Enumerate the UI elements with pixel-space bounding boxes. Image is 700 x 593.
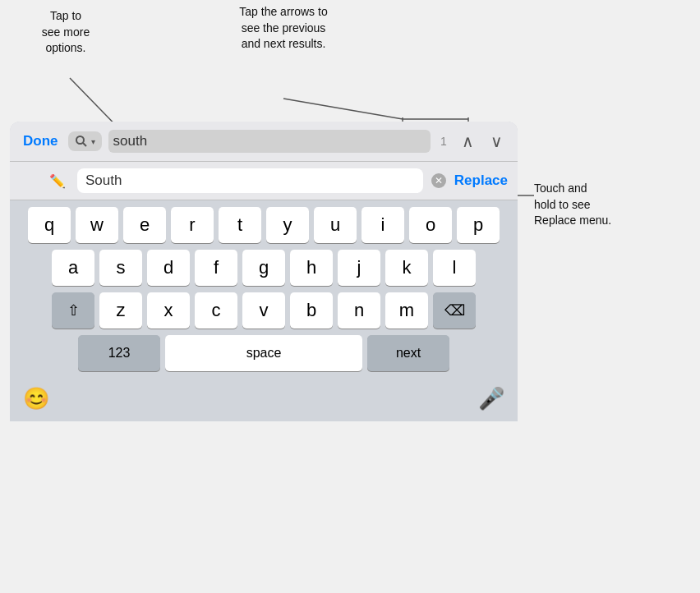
clear-replace-button[interactable]: ✕ (431, 173, 446, 188)
key-j[interactable]: j (338, 250, 380, 286)
key-d[interactable]: d (147, 250, 190, 286)
find-bar: Done ▾ 1 ∧ ∨ (10, 122, 518, 162)
key-u[interactable]: u (314, 207, 357, 243)
key-z[interactable]: z (99, 292, 142, 329)
key-t[interactable]: t (219, 207, 261, 243)
svg-point-7 (76, 136, 84, 144)
result-count: 1 (437, 135, 450, 148)
keyboard-row-1: q w e r t y u i o p (13, 207, 514, 243)
next-key[interactable]: next (367, 335, 449, 371)
keyboard: q w e r t y u i o p a s d f g h j k l ⇧ … (10, 200, 518, 381)
key-h[interactable]: h (290, 250, 333, 286)
next-result-button[interactable]: ∨ (486, 130, 508, 153)
key-o[interactable]: o (409, 207, 452, 243)
key-k[interactable]: k (385, 250, 428, 286)
search-icon (75, 135, 88, 148)
annotation-arrows: Tap the arrows tosee the previousand nex… (230, 4, 337, 53)
key-x[interactable]: x (147, 292, 190, 329)
key-y[interactable]: y (266, 207, 309, 243)
keyboard-row-2: a s d f g h j k l (13, 250, 514, 286)
key-e[interactable]: e (123, 207, 166, 243)
bottom-bar: 😊 🎤 (10, 381, 518, 421)
key-q[interactable]: q (28, 207, 71, 243)
search-input[interactable] (108, 130, 431, 153)
key-f[interactable]: f (195, 250, 237, 286)
pencil-icon: ✏️ (49, 173, 66, 189)
key-g[interactable]: g (242, 250, 285, 286)
key-l[interactable]: l (433, 250, 476, 286)
key-s[interactable]: s (99, 250, 142, 286)
prev-result-button[interactable]: ∧ (457, 130, 479, 153)
keyboard-ui: Done ▾ 1 ∧ ∨ ✏️ ✕ Replace q w e r t y (10, 122, 518, 421)
key-m[interactable]: m (385, 292, 428, 329)
svg-line-8 (83, 143, 86, 146)
key-c[interactable]: c (195, 292, 237, 329)
numbers-key[interactable]: 123 (78, 335, 160, 371)
key-i[interactable]: i (362, 207, 404, 243)
key-n[interactable]: n (338, 292, 380, 329)
keyboard-row-bottom: 123 space next (13, 335, 514, 371)
key-a[interactable]: a (52, 250, 94, 286)
search-options-button[interactable]: ▾ (68, 131, 102, 151)
annotation-tap-options: Tap tosee moreoptions. (25, 8, 107, 57)
key-b[interactable]: b (290, 292, 333, 329)
chevron-down-icon: ▾ (91, 137, 95, 146)
key-p[interactable]: p (457, 207, 500, 243)
space-key[interactable]: space (165, 335, 362, 371)
keyboard-row-3: ⇧ z x c v b n m ⌫ (13, 292, 514, 329)
key-r[interactable]: r (171, 207, 214, 243)
annotation-replace: Touch andhold to seeReplace menu. (534, 181, 665, 229)
backspace-key[interactable]: ⌫ (433, 292, 476, 329)
replace-input[interactable] (77, 168, 423, 193)
replace-bar: ✏️ ✕ Replace (10, 162, 518, 200)
done-button[interactable]: Done (20, 131, 62, 151)
emoji-button[interactable]: 😊 (23, 386, 49, 411)
microphone-button[interactable]: 🎤 (478, 386, 504, 411)
key-w[interactable]: w (76, 207, 118, 243)
key-v[interactable]: v (242, 292, 285, 329)
replace-button[interactable]: Replace (454, 172, 508, 189)
shift-key[interactable]: ⇧ (52, 292, 94, 329)
svg-line-1 (283, 99, 403, 119)
